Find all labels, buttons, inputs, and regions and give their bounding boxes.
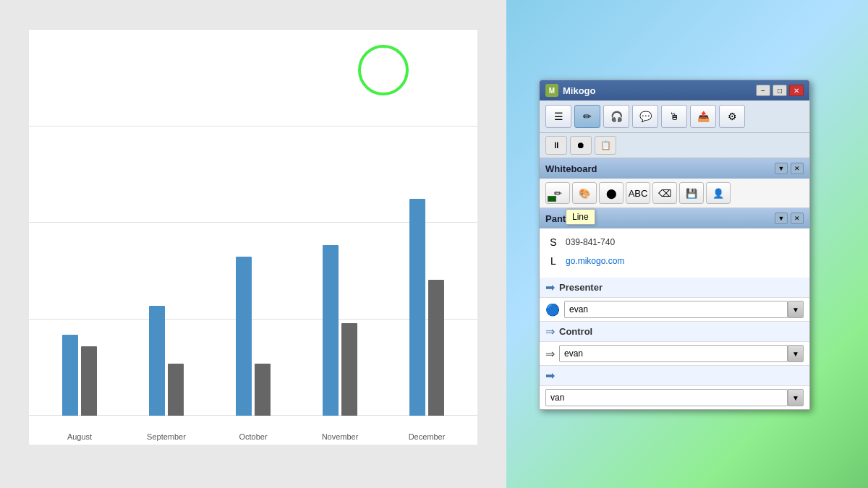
line-tooltip: Line — [566, 209, 595, 225]
window-controls: − □ ✕ — [756, 85, 804, 96]
chart-area: August September October — [0, 0, 506, 488]
participant-panel-controls: ▼ ✕ — [775, 213, 804, 224]
control-section-label: Control — [559, 326, 592, 337]
control-row: ⇒ evan ▼ — [540, 342, 809, 366]
bars-group: August September October — [29, 29, 477, 416]
november-label: November — [322, 432, 359, 441]
row3-content: van ▼ — [540, 386, 809, 409]
oct-blue-bar — [236, 257, 252, 416]
pencil-button[interactable]: ✏ — [545, 182, 570, 204]
text-button[interactable]: ABC — [626, 182, 650, 204]
sep-gray-bar — [168, 364, 184, 416]
control-arrow-icon: ⇒ — [545, 325, 555, 338]
right-area: M Mikogo − □ ✕ ☰ ✏ 🎧 💬 🖱 📤 ⚙ ⏸ ⏺ 📋 Wh — [506, 0, 868, 488]
clipboard-button[interactable]: 📋 — [595, 136, 616, 155]
whiteboard-toolbar: ✏ 🎨 ⬤ ABC ⌫ 💾 👤 Line — [540, 179, 809, 208]
link-icon: L — [545, 253, 561, 269]
whiteboard-title: Whiteboard — [545, 163, 775, 174]
paint-button[interactable]: 🎨 — [572, 182, 597, 204]
url-row: L go.mikogo.com — [545, 253, 804, 269]
whiteboard-panel-header: Whiteboard ▼ ✕ — [540, 158, 809, 179]
save-button[interactable]: 💾 — [679, 182, 704, 204]
row3-dropdown-arrow[interactable]: ▼ — [788, 389, 804, 406]
control-dropdown[interactable]: evan — [559, 345, 788, 362]
phone-number: 039-841-740 — [566, 237, 615, 247]
september-group: September — [149, 306, 184, 416]
chat-button[interactable]: 💬 — [632, 105, 658, 128]
panel-content: S 039-841-740 L go.mikogo.com — [540, 228, 809, 278]
presenter-user-icon: 🔵 — [545, 303, 560, 317]
row3-dropdown[interactable]: van — [545, 389, 788, 406]
audio-button[interactable]: 🎧 — [603, 105, 629, 128]
december-label: December — [409, 432, 446, 441]
participant-close-button[interactable]: ✕ — [791, 213, 804, 224]
nov-gray-bar — [341, 323, 357, 416]
presenter-section-header: ➡ Presenter — [540, 278, 809, 298]
mikogo-icon: M — [545, 84, 558, 97]
august-gray-bar — [81, 346, 97, 416]
whiteboard-panel-controls: ▼ ✕ — [775, 163, 804, 174]
dec-blue-bar — [409, 199, 425, 416]
august-group: August — [62, 335, 97, 416]
whiteboard-button[interactable]: ✏ — [574, 105, 600, 128]
presenter-dropdown[interactable]: evan — [564, 301, 788, 318]
chart-container: August September October — [29, 29, 477, 445]
presenter-section-label: Presenter — [559, 282, 603, 293]
window-title: Mikogo — [563, 85, 756, 96]
control-dropdown-wrapper: evan ▼ — [559, 345, 804, 362]
row3-arrow-icon: ➡ — [545, 369, 555, 382]
row3-dropdown-wrapper: van ▼ — [545, 389, 804, 406]
participants-button[interactable]: ☰ — [545, 105, 571, 128]
september-label: September — [147, 432, 186, 441]
december-group: December — [409, 199, 444, 416]
nov-blue-bar — [323, 245, 339, 416]
eraser-button[interactable]: ⌫ — [652, 182, 677, 204]
dec-gray-bar — [428, 280, 444, 416]
window-titlebar: M Mikogo − □ ✕ — [540, 80, 809, 100]
august-label: August — [67, 432, 92, 441]
minimize-button[interactable]: − — [756, 85, 770, 96]
phone-icon: S — [545, 234, 561, 250]
remote-button[interactable]: 🖱 — [661, 105, 687, 128]
oct-gray-bar — [255, 364, 271, 416]
control-dropdown-arrow[interactable]: ▼ — [788, 345, 804, 362]
presenter-dropdown-arrow[interactable]: ▼ — [788, 301, 804, 318]
control-user-icon: ⇒ — [545, 347, 555, 361]
presenter-row: 🔵 evan ▼ — [540, 298, 809, 322]
secondary-toolbar: ⏸ ⏺ 📋 — [540, 133, 809, 158]
presenter-dropdown-wrapper: evan ▼ — [564, 301, 804, 318]
november-group: November — [323, 245, 357, 416]
phone-row: S 039-841-740 — [545, 234, 804, 250]
whiteboard-collapse-button[interactable]: ▼ — [775, 163, 788, 174]
close-button[interactable]: ✕ — [789, 85, 804, 96]
participant-collapse-button[interactable]: ▼ — [775, 213, 788, 224]
color-swatch — [548, 196, 556, 202]
sep-blue-bar — [149, 306, 165, 416]
record-button[interactable]: ⏺ — [570, 136, 592, 155]
transfer-button[interactable]: 📤 — [690, 105, 716, 128]
presenter-arrow-icon: ➡ — [545, 281, 555, 294]
user-button[interactable]: 👤 — [706, 182, 731, 204]
august-blue-bar — [62, 335, 78, 416]
whiteboard-close-button[interactable]: ✕ — [791, 163, 804, 174]
pause-button[interactable]: ⏸ — [545, 136, 567, 155]
url-text: go.mikogo.com — [566, 256, 624, 266]
mikogo-window: M Mikogo − □ ✕ ☰ ✏ 🎧 💬 🖱 📤 ⚙ ⏸ ⏺ 📋 Wh — [539, 80, 810, 410]
october-label: October — [239, 432, 267, 441]
maximize-button[interactable]: □ — [773, 85, 787, 96]
settings-button[interactable]: ⚙ — [719, 105, 745, 128]
october-group: October — [236, 257, 271, 416]
shape-button[interactable]: ⬤ — [599, 182, 624, 204]
main-toolbar: ☰ ✏ 🎧 💬 🖱 📤 ⚙ — [540, 100, 809, 133]
row3-section: ➡ — [540, 366, 809, 386]
control-section-header: ⇒ Control — [540, 322, 809, 342]
